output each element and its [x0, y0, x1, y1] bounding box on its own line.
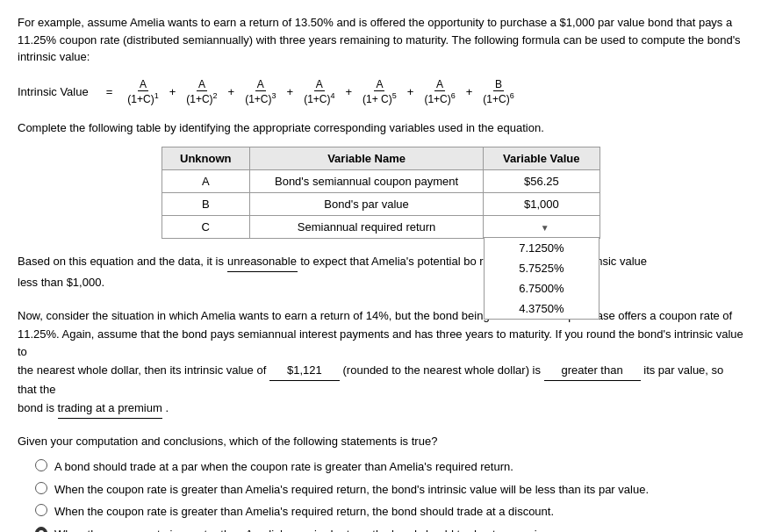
blank-trading-premium: trading at a premium — [58, 399, 162, 419]
consider-section: Now, consider the situation in which Ame… — [18, 307, 743, 419]
variable-name-a: Bond's semiannual coupon payment — [250, 170, 484, 193]
consider-text7: . — [165, 401, 169, 414]
dropdown-wrapper[interactable]: ▼ 7.1250% 5.7525% 6.7500% 4.3750% — [484, 219, 599, 237]
consider-text6: bond is — [18, 401, 54, 414]
radio-label-2: When the coupon rate is greater than Ame… — [54, 481, 649, 499]
col-header-value: Variable Value — [484, 147, 599, 170]
given-text: Given your computation and conclusions, … — [18, 433, 743, 450]
based-on-line2: less than $1,000. — [18, 276, 104, 289]
fraction-6: A (1+C)6 — [422, 78, 456, 105]
plus-2: + — [228, 85, 235, 98]
table-row: A Bond's semiannual coupon payment $56.2… — [162, 170, 599, 193]
plus-1: + — [169, 85, 176, 98]
table-row: C Semiannual required return ▼ 7.1250% 5… — [162, 216, 599, 239]
radio-item-3[interactable]: When the coupon rate is greater than Ame… — [35, 503, 743, 521]
dropdown-option-1[interactable]: 7.1250% — [485, 238, 598, 258]
fraction-1: A (1+C)1 — [126, 78, 160, 105]
equals-sign: = — [106, 85, 113, 98]
dropdown-option-3[interactable]: 6.7500% — [485, 278, 598, 298]
dropdown-display[interactable]: ▼ — [484, 219, 599, 237]
consider-text4: (rounded to the nearest whole dollar) is — [343, 363, 541, 377]
table-row: B Bond's par value $1,000 — [162, 193, 599, 216]
consider-text3: the nearest whole dollar, then its intri… — [18, 363, 266, 377]
unknown-a: A — [162, 170, 250, 193]
blank-intrinsic-value: $1,121 — [269, 362, 340, 381]
radio-icon-1[interactable] — [35, 459, 47, 471]
col-header-unknown: Unknown — [162, 147, 250, 170]
fraction-3: A (1+C)3 — [243, 78, 277, 105]
blank-greater-than: greater than — [544, 362, 641, 381]
radio-item-4[interactable]: When the coupon rate is greater than Ame… — [35, 526, 743, 532]
plus-5: + — [407, 85, 414, 98]
radio-label-4: When the coupon rate is greater than Ame… — [54, 526, 556, 532]
based-on-middle: to expect that Amelia's potential bo — [300, 255, 477, 268]
plus-4: + — [346, 85, 353, 98]
plus-3: + — [287, 85, 294, 98]
fraction-7: B (1+C)6 — [481, 78, 515, 105]
variable-name-b: Bond's par value — [250, 193, 484, 216]
dropdown-arrow-icon: ▼ — [541, 223, 549, 233]
variable-value-a: $56.25 — [484, 170, 599, 193]
fraction-4: A (1+C)4 — [302, 78, 336, 105]
col-header-name: Variable Name — [250, 147, 484, 170]
radio-icon-2[interactable] — [35, 482, 47, 494]
radio-item-2[interactable]: When the coupon rate is greater than Ame… — [35, 481, 743, 499]
dropdown-option-2[interactable]: 5.7525% — [485, 258, 598, 278]
variable-name-c: Semiannual required return — [250, 216, 484, 239]
complete-text: Complete the following table by identify… — [18, 119, 743, 137]
dropdown-option-4[interactable]: 4.3750% — [485, 298, 598, 319]
consider-text2: 11.25%. Again, assume that the bond pays… — [18, 327, 743, 359]
dropdown-cell[interactable]: ▼ 7.1250% 5.7525% 6.7500% 4.3750% — [484, 216, 599, 239]
based-on-section: Based on this equation and the data, it … — [18, 251, 743, 293]
radio-icon-3[interactable] — [35, 504, 47, 516]
radio-label-1: A bond should trade at a par when the co… — [54, 458, 513, 476]
radio-icon-4[interactable] — [35, 527, 47, 532]
consider-text1: Now, consider the situation in which Ame… — [18, 309, 732, 322]
variables-table: Unknown Variable Name Variable Value A B… — [162, 147, 600, 239]
radio-group: A bond should trade at a par when the co… — [35, 458, 743, 532]
fraction-2: A (1+C)2 — [184, 78, 219, 105]
based-on-prefix: Based on this equation and the data, it … — [18, 255, 224, 268]
unknown-c: C — [162, 216, 250, 239]
radio-item-1[interactable]: A bond should trade at a par when the co… — [35, 458, 743, 476]
formula-label: Intrinsic Value — [18, 85, 89, 98]
fraction-5: A (1+ C)5 — [361, 78, 398, 105]
radio-label-3: When the coupon rate is greater than Ame… — [54, 503, 554, 521]
formula-section: Intrinsic Value = A (1+C)1 + A (1+C)2 + … — [18, 78, 743, 105]
variable-value-b: $1,000 — [484, 193, 599, 216]
unknown-b: B — [162, 193, 250, 216]
dropdown-menu[interactable]: 7.1250% 5.7525% 6.7500% 4.3750% — [484, 237, 599, 320]
blank-unreasonable: unreasonable — [227, 251, 298, 272]
intro-text: For example, assume Amelia wants to earn… — [18, 14, 743, 66]
table-container: Unknown Variable Name Variable Value A B… — [18, 147, 743, 239]
plus-6: + — [466, 85, 473, 98]
